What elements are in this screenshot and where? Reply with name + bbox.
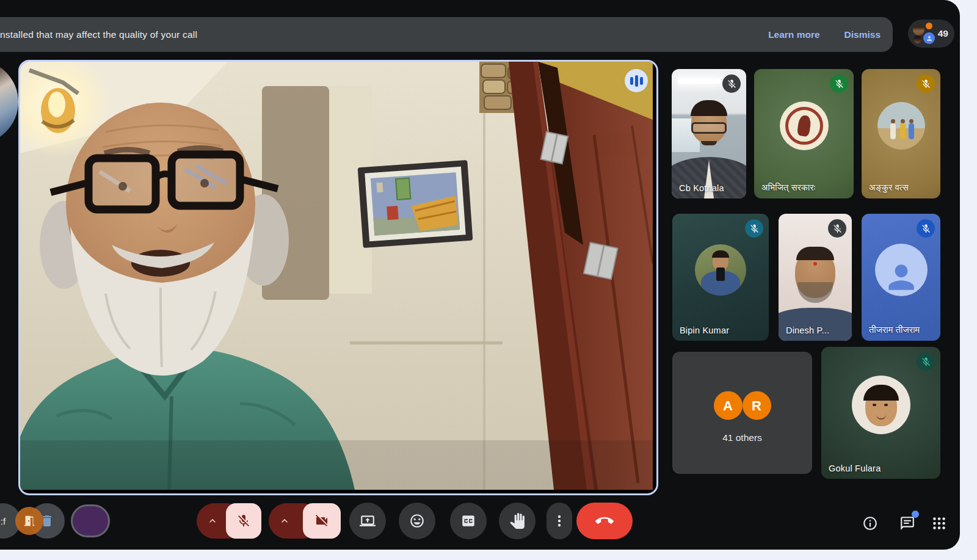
camera-control[interactable] <box>269 503 341 539</box>
more-options-button[interactable] <box>547 503 572 539</box>
participant-avatar <box>695 244 746 296</box>
clipped-label: :f <box>1 516 5 526</box>
mic-off-icon <box>921 357 931 367</box>
participant-name: Bipin Kumar <box>680 325 729 335</box>
participant-tile[interactable]: Cb Kotnala <box>672 69 746 198</box>
participant-name: Gokul Fulara <box>829 464 881 473</box>
present-screen-button[interactable] <box>349 503 386 539</box>
emoji-reaction-icon <box>409 513 425 529</box>
more-options-icon <box>552 514 567 528</box>
person-icon <box>882 258 920 296</box>
participant-count-pill[interactable]: 49 <box>908 20 954 48</box>
info-icon <box>862 515 878 531</box>
purple-pill-button[interactable] <box>71 504 110 537</box>
avatar-initial: R <box>743 391 771 420</box>
participant-tile[interactable]: Bipin Kumar <box>672 214 769 341</box>
others-count-label: 41 others <box>722 432 762 443</box>
camera-toggle[interactable] <box>303 503 341 539</box>
mic-off-icon <box>921 79 931 89</box>
captions-icon <box>460 513 476 529</box>
dismiss-link[interactable]: Dismiss <box>844 29 881 40</box>
mic-muted-badge <box>917 219 935 238</box>
mic-muted-badge <box>745 219 763 238</box>
speaker-video-scene <box>20 62 653 490</box>
mic-muted-badge <box>722 75 741 93</box>
participant-tile[interactable]: अभिजित् सरकारः <box>754 69 854 198</box>
banner-message: nstalled that may affect the quality of … <box>0 29 744 40</box>
apps-grid-button[interactable] <box>930 514 948 533</box>
camera-off-icon <box>314 514 329 528</box>
participant-name: अभिजित् सरकारः <box>761 183 815 193</box>
mic-off-icon <box>921 224 931 234</box>
participant-name: तीजराम तीजराम <box>869 325 920 335</box>
participant-avatar <box>780 101 829 150</box>
mic-muted-badge <box>917 75 935 93</box>
avatar-initial: A <box>714 391 743 420</box>
quality-warning-banner: nstalled that may affect the quality of … <box>0 17 893 52</box>
meet-app-canvas: nstalled that may affect the quality of … <box>0 0 960 550</box>
microphone-control[interactable] <box>197 503 261 539</box>
audio-activity-indicator <box>625 69 648 92</box>
default-person-avatar <box>875 244 928 296</box>
mic-off-icon <box>727 79 737 89</box>
participant-avatar <box>877 102 925 150</box>
mic-off-icon <box>236 514 251 528</box>
mic-off-icon <box>832 224 843 234</box>
main-speaker-tile[interactable] <box>18 60 658 495</box>
avatar <box>913 35 921 43</box>
mic-muted-badge <box>917 352 935 371</box>
floating-selfview-bubble[interactable] <box>0 60 18 144</box>
chevron-up-icon <box>278 515 291 527</box>
mic-muted-badge <box>828 219 846 238</box>
reactions-button[interactable] <box>399 503 435 539</box>
chat-button[interactable] <box>898 514 917 533</box>
learn-more-link[interactable]: Learn more <box>768 29 819 40</box>
chat-notification-dot <box>912 511 919 518</box>
apps-grid-icon <box>931 515 947 531</box>
person-icon <box>926 35 933 42</box>
tile-video-art <box>678 78 721 84</box>
overflow-participants-tile[interactable]: A R 41 others <box>672 352 812 474</box>
participant-tile[interactable]: Gokul Fulara <box>821 347 940 479</box>
participant-name: Dinesh P... <box>786 325 829 335</box>
raise-hand-button[interactable] <box>499 503 536 539</box>
captions-button[interactable] <box>450 503 487 539</box>
raise-hand-icon <box>509 513 525 529</box>
participant-tile[interactable]: अङ्कुर वत्स <box>862 69 940 198</box>
meeting-details-button[interactable] <box>861 514 879 533</box>
chat-icon <box>899 515 915 531</box>
avatar <box>913 24 924 35</box>
exit-room-button[interactable] <box>15 507 43 535</box>
door-icon <box>23 514 36 528</box>
participant-tile[interactable]: Dinesh P... <box>779 214 852 341</box>
avatar-dot <box>926 23 932 29</box>
default-person-avatar <box>923 32 935 44</box>
participant-avatars-cluster <box>913 23 934 45</box>
mic-off-icon <box>834 79 844 89</box>
chevron-up-icon <box>206 515 219 527</box>
present-screen-icon <box>360 513 376 529</box>
mic-off-icon <box>749 224 760 234</box>
overflow-avatars: A R <box>714 391 771 420</box>
participant-avatar <box>852 376 910 434</box>
participant-tile[interactable]: तीजराम तीजराम <box>862 214 940 341</box>
participant-name: Cb Kotnala <box>679 183 724 193</box>
end-call-icon <box>595 512 614 530</box>
mic-muted-badge <box>830 75 848 93</box>
mic-mute-toggle[interactable] <box>226 503 261 539</box>
end-call-button[interactable] <box>576 503 633 539</box>
participant-name: अङ्कुर वत्स <box>869 183 909 193</box>
participant-count: 49 <box>938 28 948 39</box>
meet-screen: nstalled that may affect the quality of … <box>0 0 977 560</box>
